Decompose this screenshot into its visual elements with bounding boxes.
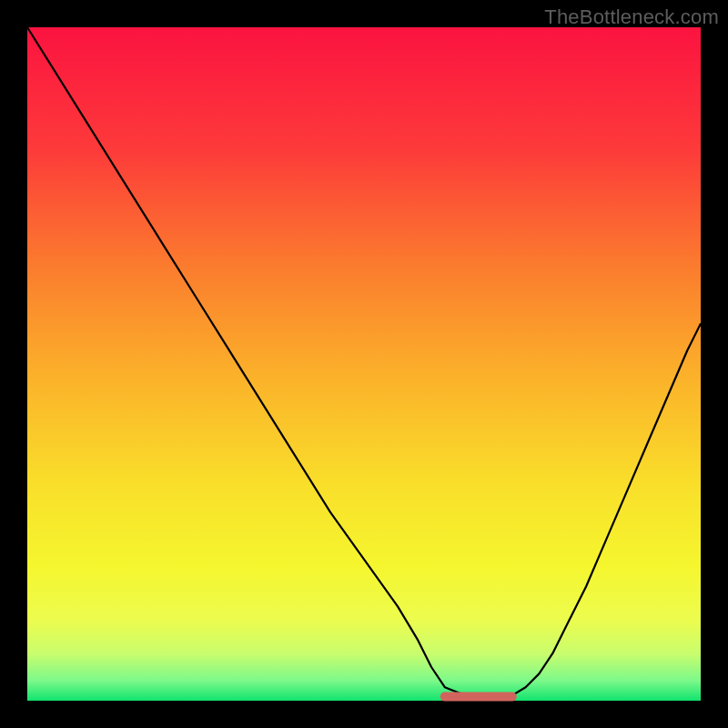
chart-canvas: TheBottleneck.com <box>0 0 728 728</box>
watermark-text: TheBottleneck.com <box>544 5 719 29</box>
chart-svg <box>0 0 728 728</box>
plot-background <box>27 27 701 701</box>
